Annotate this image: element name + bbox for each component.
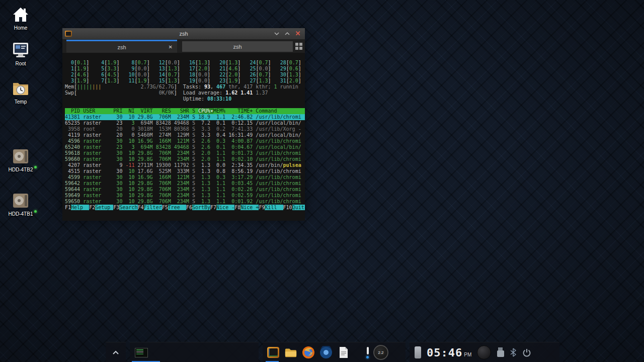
desktop: Home Root Temp [0, 0, 644, 362]
fkey-f3[interactable]: F3Search [113, 205, 137, 210]
process-row[interactable]: 41381 raster 30 10 29.8G 706M 234M S 18.… [65, 114, 305, 120]
process-row[interactable]: 4599 raster 30 10 16.9G 166M 121M S 1.3 … [65, 174, 305, 180]
htop-screen: 0[0.1] 4[1.9] 8[0.7] 12[0.0] 16[1.3] 20[… [65, 60, 305, 211]
process-row[interactable]: 4207 raster 9 -11 2711M 19300 11792 S 1.… [65, 162, 305, 168]
window-titlebar[interactable]: zsh ✕ [62, 28, 305, 40]
fkey-f1[interactable]: F1Help [65, 205, 89, 210]
tab-overview-icon[interactable] [295, 43, 302, 50]
cpu-meter-row: 0[0.1] 4[1.9] 8[0.7] 12[0.0] 16[1.3] 20[… [65, 60, 305, 66]
tab-close-icon[interactable]: ✕ [169, 44, 173, 50]
process-row[interactable]: 65240 raster 23 3 694M 83428 49468 S 2.6… [65, 144, 305, 150]
process-row[interactable]: 65235 raster 23 3 694M 83428 49468 S 7.2… [65, 120, 305, 126]
desktop-icon-temp[interactable]: Temp [3, 80, 38, 105]
function-key-bar: F1Help F2Setup F3SearchF4FilterF5Tree F6… [65, 205, 305, 211]
cpu-gauge-value: 2.2 [378, 350, 383, 355]
desktop-icon-hdd-4tb2[interactable]: HDD-4TB2 [3, 148, 38, 172]
clock: 05:46 PM [427, 346, 471, 359]
usb-device-icon[interactable] [497, 347, 504, 358]
taskbar-tasks-segment [130, 342, 259, 362]
gadget-separator-indicator[interactable] [366, 347, 369, 358]
folder-clock-icon [3, 80, 38, 97]
uptime-row: Uptime: 08:33:10 [65, 96, 305, 102]
hdd-activity-led [34, 166, 37, 168]
desktop-icon-home[interactable]: Home [3, 6, 38, 31]
process-row[interactable]: 59644 raster 30 10 29.8G 706M 234M S 1.3… [65, 187, 305, 193]
fkey-f7[interactable]: F7Nice - [210, 205, 234, 210]
home-icon [3, 6, 38, 23]
file-manager-icon[interactable] [284, 346, 297, 359]
fkey-f2[interactable]: F2Setup [89, 205, 113, 210]
terminal-window: zsh ✕ zsh ✕ zsh 0[0.1] 4[1.9 [62, 28, 305, 213]
desktop-icon-label: Home [3, 25, 38, 31]
chevron-down-icon[interactable] [273, 30, 280, 37]
desktop-icon-label: HDD-4TB1 [3, 211, 38, 217]
tab-zsh-inactive[interactable]: zsh [182, 41, 293, 52]
window-title: zsh [62, 31, 305, 37]
tab-bar: zsh ✕ zsh [62, 40, 305, 53]
desktop-icon-label: HDD-4TB2 [3, 167, 38, 172]
taskbar-launcher-segment: 2.2 [263, 342, 406, 362]
hard-drive-icon [3, 192, 38, 209]
clock-time: 05:46 [427, 346, 462, 359]
desktop-icon-label: Root [3, 61, 38, 66]
computer-icon [3, 42, 38, 59]
chevron-up-icon[interactable] [284, 30, 291, 37]
process-row[interactable]: 59649 raster 30 10 29.8G 706M 234M S 1.3… [65, 193, 305, 199]
fkey-f10[interactable]: F10Quit [283, 205, 305, 210]
blank-row [65, 102, 305, 108]
fkey-f4[interactable]: F4Filter [138, 205, 162, 210]
desktop-icon-label: Temp [3, 99, 38, 105]
taskbar: 2.2 05:46 PM [106, 342, 559, 362]
process-row[interactable]: 3958 root 20 0 3018M 153M 80368 S 3.3 0.… [65, 126, 305, 132]
tab-label: zsh [117, 44, 126, 50]
process-row[interactable]: 59650 raster 30 10 29.8G 706M 234M S 1.3… [65, 199, 305, 205]
process-row[interactable]: 4596 raster 30 10 16.9G 166M 121M S 2.6 … [65, 138, 305, 144]
process-row[interactable]: 59642 raster 30 10 29.8G 706M 234M S 1.3… [65, 180, 305, 187]
bluetooth-icon[interactable] [510, 348, 517, 357]
hdd-activity-led [34, 210, 37, 213]
process-row[interactable]: 59618 raster 30 10 29.8G 706M 234M S 2.0… [65, 150, 305, 156]
fkey-f9[interactable]: F9Kill [259, 205, 283, 210]
desktop-icon-hdd-4tb1[interactable]: HDD-4TB1 [3, 192, 38, 217]
swap-meter-row: Swp[ 0K/0K] Load average: 1.62 1.41 1.37 [65, 90, 305, 96]
taskbar-status-segment: 05:46 PM [410, 342, 559, 362]
process-row[interactable]: 4515 raster 30 10 17.6G 525M 333M S 1.3 … [65, 168, 305, 174]
desktop-icon-root[interactable]: Root [3, 42, 38, 66]
process-row[interactable]: 59660 raster 30 10 29.8G 706M 234M S 2.0… [65, 156, 305, 162]
cpu-meter-row: 1[1.9] 5[3.3] 9[0.0] 13[1.3] 17[2.0] 21[… [65, 66, 305, 72]
close-icon[interactable]: ✕ [294, 30, 301, 37]
clock-meridiem: PM [464, 352, 471, 357]
process-table-header[interactable]: PID USER PRI NI VIRT RES SHR S CPU%▾MEM%… [65, 108, 305, 114]
memory-meter-row: Mem[|||||||| 2.73G/62.7G] Tasks: 93, 467… [65, 84, 305, 90]
mixer-knob-icon[interactable] [477, 345, 491, 359]
terminal-launcher-icon[interactable] [267, 346, 280, 359]
firefox-icon[interactable] [302, 346, 315, 359]
tab-zsh-active[interactable]: zsh ✕ [66, 40, 177, 53]
battery-icon[interactable] [415, 346, 421, 358]
task-preview-terminal[interactable] [135, 348, 148, 357]
fkey-f6[interactable]: F6SortBy [186, 205, 210, 210]
terminal-content: 0[0.1] 4[1.9] 8[0.7] 12[0.0] 16[1.3] 20[… [62, 53, 305, 221]
cpu-gauge[interactable]: 2.2 [373, 345, 388, 360]
power-icon[interactable] [522, 348, 531, 357]
cpu-meter-row: 2[4.6] 6[4.5] 10[0.0] 14[0.7] 18[0.0] 22… [65, 72, 305, 78]
fkey-f8[interactable]: F8Nice + [234, 205, 259, 210]
fkey-f5[interactable]: F5Tree [162, 205, 186, 210]
cpu-meter-row: 3[1.9] 7[1.3] 11[1.9] 15[1.3] 19[0.0] 23… [65, 78, 305, 84]
web-browser-icon[interactable] [319, 346, 333, 359]
hard-drive-icon [3, 148, 38, 165]
document-icon[interactable] [337, 346, 350, 359]
tab-label: zsh [233, 44, 242, 50]
show-desktop-button[interactable] [106, 342, 126, 362]
process-row[interactable]: 4119 raster 20 0 5460M 274M 129M S 3.3 0… [65, 132, 305, 138]
